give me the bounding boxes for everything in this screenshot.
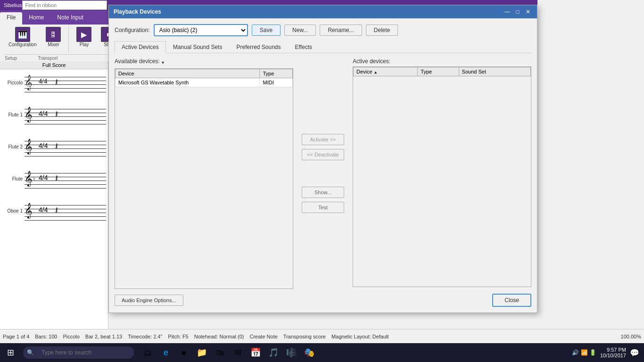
- status-pitch: Pitch: F5: [168, 334, 188, 339]
- taskbar-search-input[interactable]: [36, 347, 130, 358]
- dialog-close-button[interactable]: ✕: [524, 8, 532, 16]
- staff-line: [25, 124, 106, 124]
- staff-line: [25, 173, 106, 173]
- mixer-icon: 🎛: [50, 31, 57, 38]
- tab-file[interactable]: File: [0, 12, 22, 25]
- active-device-column-header[interactable]: Device ▲: [353, 67, 417, 76]
- table-row[interactable]: Microsoft GS Wavetable Synth MIDI: [116, 78, 293, 87]
- staff-row-flute2: Flute 2 𝄞 4/4 𝄽: [2, 137, 106, 156]
- taskbar-app-music[interactable]: 🎵: [265, 344, 282, 361]
- audio-engine-options-button[interactable]: Audio Engine Options...: [115, 295, 183, 306]
- new-button[interactable]: New...: [284, 25, 316, 36]
- config-row: Configuration: Asio (basic) (2) Save New…: [115, 24, 531, 36]
- configuration-button[interactable]: 🎹 Configuration: [5, 25, 40, 53]
- staff-line: [25, 77, 106, 77]
- flat-icon: ♭: [33, 176, 35, 181]
- taskbar-app-files[interactable]: 📁: [193, 344, 210, 361]
- close-dialog-button[interactable]: Close: [492, 294, 531, 307]
- taskbar-app-sibelius[interactable]: 🎼: [283, 344, 300, 361]
- tab-manual-sound-sets[interactable]: Manual Sound Sets: [166, 41, 230, 53]
- score-panel: Full Score Piccolo 𝄞 4/4 𝄽 Flute 1: [0, 61, 108, 348]
- save-button[interactable]: Save: [252, 25, 281, 36]
- show-button[interactable]: Show...: [302, 187, 344, 198]
- status-zoom: 100.00%: [621, 334, 641, 339]
- treble-clef-icon: 𝄞: [25, 107, 33, 123]
- tab-effects[interactable]: Effects: [288, 41, 319, 53]
- type-column-header[interactable]: Type: [260, 69, 293, 78]
- staff-line: [25, 181, 106, 181]
- staff-label-flute1: Flute 1: [2, 112, 25, 117]
- windows-clock[interactable]: 9:57 PM 10/10/2017: [600, 347, 626, 358]
- activate-button[interactable]: Activate >>: [302, 134, 344, 145]
- status-score-type: Transposing score: [283, 334, 326, 339]
- app-title: Sibelius: [4, 2, 22, 8]
- taskbar-app-view[interactable]: 🗂: [140, 344, 157, 361]
- deactivate-button[interactable]: << Deactivate: [302, 149, 344, 160]
- start-button[interactable]: ⊞: [0, 343, 21, 362]
- available-devices-panel: Available devices: ▾ Device Type: [115, 58, 293, 289]
- dialog-titlebar: Playback Devices — □ ✕: [109, 5, 537, 18]
- available-devices-label: Available devices:: [115, 58, 160, 65]
- tab-active-devices[interactable]: Active Devices: [115, 41, 166, 53]
- taskbar-app-chrome[interactable]: ●: [175, 344, 192, 361]
- test-button[interactable]: Test: [302, 202, 344, 213]
- status-notehead: Notehead: Normal (0): [194, 334, 244, 339]
- available-devices-header-row: Device Type: [116, 69, 293, 78]
- status-action: Create Note: [250, 334, 278, 339]
- taskbar-apps: 🗂 e ● 📁 🛍 ✉ 📅 🎵 🎼 🎭: [140, 344, 318, 361]
- dialog-title-buttons: — □ ✕: [503, 8, 532, 16]
- staff-line: [25, 141, 106, 141]
- play-label: Play: [80, 42, 89, 47]
- available-devices-tbody: Microsoft GS Wavetable Synth MIDI: [116, 78, 293, 87]
- taskbar-app-calendar[interactable]: 📅: [247, 344, 264, 361]
- taskbar-app-mail[interactable]: ✉: [229, 344, 246, 361]
- taskbar-right: 🔊 📶 🔋 9:57 PM 10/10/2017 💬: [572, 347, 644, 358]
- score-staves: Piccolo 𝄞 4/4 𝄽 Flute 1 𝄞 4/4: [0, 69, 108, 237]
- dialog-minimize-button[interactable]: —: [503, 8, 512, 16]
- search-icon: 🔍: [27, 349, 34, 356]
- dialog-body: Configuration: Asio (basic) (2) Save New…: [109, 18, 537, 313]
- dialog-maximize-button[interactable]: □: [513, 8, 522, 16]
- active-devices-header: Device ▲ Type Sound Set: [353, 67, 530, 76]
- staff-row-flute1: Flute 1 𝄞 4/4 𝄽: [2, 105, 106, 124]
- time-sig: 4/4: [39, 142, 48, 149]
- mixer-button[interactable]: 🎛 Mixer: [42, 25, 65, 53]
- tab-preferred-sounds[interactable]: Preferred Sounds: [229, 41, 288, 53]
- config-select[interactable]: Asio (basic) (2): [154, 24, 248, 36]
- status-staff: Piccolo: [63, 334, 79, 339]
- time-sig: 4/4: [39, 110, 48, 117]
- tab-home[interactable]: Home: [22, 12, 50, 25]
- tab-note-input[interactable]: Note Input: [50, 12, 90, 25]
- configuration-label: Configuration: [8, 42, 36, 47]
- notification-icon[interactable]: 💬: [630, 348, 639, 357]
- active-soundset-column-header[interactable]: Sound Set: [459, 67, 530, 76]
- active-type-column-header[interactable]: Type: [418, 67, 459, 76]
- active-devices-label: Active devices:: [353, 58, 390, 65]
- staff-line: [25, 205, 106, 206]
- status-page: Page 1 of 4: [3, 334, 29, 339]
- device-column-header[interactable]: Device: [116, 69, 260, 78]
- staff-line: [25, 81, 106, 81]
- taskbar-app-store[interactable]: 🛍: [211, 344, 228, 361]
- staff-line: [25, 88, 106, 89]
- staff-line: [25, 209, 106, 209]
- time-sig: 4/4: [39, 174, 48, 181]
- staff-line: [25, 148, 106, 149]
- active-devices-table: Device ▲ Type Sound Set: [353, 67, 531, 76]
- status-bars: Bars: 100: [35, 334, 57, 339]
- staff-line: [25, 145, 106, 145]
- spacer: [302, 164, 344, 183]
- play-icon: ▶: [81, 30, 87, 39]
- config-label: Configuration:: [115, 27, 150, 33]
- staff-line: [25, 184, 106, 185]
- play-button[interactable]: ▶ Play: [73, 25, 95, 53]
- middle-buttons-panel: Activate >> << Deactivate Show... Test: [298, 58, 348, 289]
- rename-button[interactable]: Rename...: [320, 25, 362, 36]
- device-name-cell: Microsoft GS Wavetable Synth: [116, 78, 260, 87]
- staff-lines-flute1: 𝄞 4/4 𝄽: [25, 105, 106, 124]
- find-ribbon-input[interactable]: [22, 0, 107, 10]
- taskbar-app-extra1[interactable]: 🎭: [301, 344, 318, 361]
- taskbar-app-edge[interactable]: e: [157, 344, 174, 361]
- status-timecode: Timecode: 2.4": [128, 334, 162, 339]
- delete-button[interactable]: Delete: [366, 25, 398, 36]
